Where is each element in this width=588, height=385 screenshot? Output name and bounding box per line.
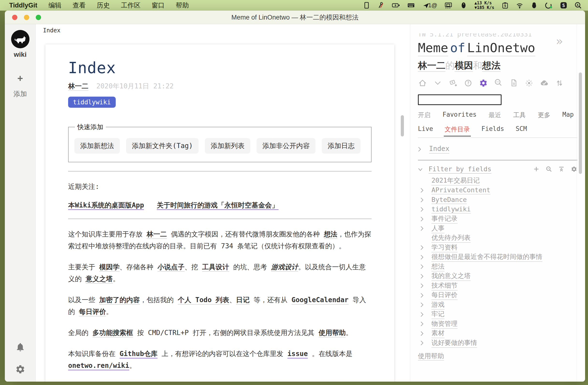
link-daily-review[interactable]: 每日评价	[79, 308, 106, 316]
story-scrollbar-thumb[interactable]	[401, 115, 404, 137]
tools-icon[interactable]	[377, 2, 385, 9]
tree-item-label[interactable]: 每日评价	[431, 291, 458, 300]
link-memetics[interactable]: 模因学	[99, 263, 120, 272]
link-github-repo[interactable]: Github仓库	[120, 350, 158, 358]
link-googlecalendar[interactable]: GoogleCalendar	[292, 296, 349, 304]
chevron-down-icon[interactable]	[418, 168, 423, 171]
menu-item-history[interactable]: 历史	[97, 1, 110, 10]
filter-settings-gear-icon[interactable]	[571, 166, 577, 173]
raw-document-icon[interactable]	[509, 79, 518, 88]
display-mirror-icon[interactable]	[444, 2, 453, 9]
collapse-to-top-icon[interactable]	[558, 166, 565, 173]
tree-item-label[interactable]: 素材	[431, 329, 444, 338]
add-private-button[interactable]: 添加非公开内容	[256, 138, 315, 154]
link-todo-list[interactable]: 个人 Todo 列表	[178, 296, 229, 304]
tree-item[interactable]: ByteDance	[418, 195, 585, 205]
tab-favorites[interactable]: Favorites	[442, 111, 477, 119]
tree-item-label[interactable]: 很想做但是最近舍不得花时间做的事情	[431, 252, 542, 262]
close-button[interactable]	[12, 15, 17, 20]
tab-more[interactable]: 更多	[538, 111, 550, 119]
tree-item-label[interactable]: 牢记	[431, 310, 444, 319]
tree-item[interactable]: 技术细节	[418, 281, 585, 291]
tree-item-label[interactable]: 技术细节	[431, 281, 458, 291]
link-linonetwo[interactable]: 林一二	[147, 230, 167, 239]
usage-help-link[interactable]: 使用帮助	[418, 352, 444, 361]
tree-item[interactable]: 我的意义之塔	[418, 271, 585, 281]
tree-item[interactable]: 游戏	[418, 300, 585, 310]
menu-item-edit[interactable]: 编辑	[49, 1, 62, 10]
chevron-right-icon[interactable]	[420, 321, 424, 326]
penguin-icon[interactable]	[530, 2, 538, 9]
subtitle-link-linonetwo[interactable]: 林一二	[418, 60, 445, 72]
tree-item[interactable]: 说好要做的事情	[418, 338, 585, 348]
tree-item-label[interactable]: 2021年交易日记	[431, 176, 480, 185]
link-tower-of-meaning[interactable]: 意义之塔	[86, 275, 113, 284]
chevron-right-icon[interactable]	[420, 302, 424, 307]
chevron-right-icon[interactable]	[420, 293, 424, 298]
minimize-button[interactable]	[24, 15, 29, 20]
zoom-button[interactable]	[36, 15, 41, 20]
tree-item-label[interactable]: 物资管理	[431, 319, 458, 329]
tab-map[interactable]: Map	[562, 111, 574, 119]
battery-icon[interactable]	[392, 2, 400, 9]
clipboard-history-icon[interactable]: 5	[502, 2, 509, 9]
chevron-right-icon[interactable]	[420, 216, 424, 222]
menu-item-help[interactable]: 帮助	[176, 1, 189, 10]
mouse-icon[interactable]	[460, 2, 467, 9]
site-title-link-meme[interactable]: Meme	[418, 41, 448, 56]
subtitle-link-meme[interactable]: 模因	[455, 60, 473, 72]
link-search-box[interactable]: 多功能搜索框	[93, 329, 133, 337]
tree-item[interactable]: 学习资料	[418, 243, 585, 253]
chevron-right-icon[interactable]	[420, 274, 424, 279]
chevron-right-icon[interactable]	[418, 147, 421, 152]
tab-recent[interactable]: 最近	[489, 111, 501, 119]
tree-root-row[interactable]: Index	[418, 145, 585, 154]
tree-item-label[interactable]: 学习资料	[431, 243, 458, 252]
filter-label[interactable]: Filter by fields	[429, 165, 491, 174]
theme-brightness-icon[interactable]	[525, 79, 534, 88]
keyboard-icon[interactable]	[407, 2, 415, 9]
add-workspace-label[interactable]: 添加	[14, 89, 27, 99]
filter-by-fields-row[interactable]: Filter by fields	[418, 165, 577, 174]
advanced-search-icon[interactable]	[494, 79, 503, 88]
tree-item[interactable]: 优先待办列表	[418, 233, 585, 243]
link-usage-help[interactable]: 使用帮助	[319, 329, 346, 337]
chevron-right-icon[interactable]	[420, 340, 424, 346]
tab-fields[interactable]: Fields	[482, 125, 504, 134]
link-game-design[interactable]: 游戏设计	[271, 263, 298, 272]
sidebar-search-input[interactable]	[418, 94, 502, 105]
chevron-right-icon[interactable]	[420, 312, 424, 317]
chevron-right-icon[interactable]	[420, 207, 424, 212]
tree-item[interactable]: 事件记录	[418, 214, 585, 224]
tree-item[interactable]: 每日评价	[418, 291, 585, 300]
open-tab-index[interactable]: Index	[43, 27, 60, 34]
chevron-right-icon[interactable]	[420, 197, 424, 203]
tree-item[interactable]: 想法	[418, 262, 585, 272]
home-icon[interactable]	[418, 79, 427, 88]
tree-item-label[interactable]: 想法	[431, 262, 444, 271]
link-online-version[interactable]: onetwo.ren/wiki	[68, 362, 129, 370]
menu-item-window[interactable]: 窗口	[152, 1, 165, 10]
add-filter-icon[interactable]	[533, 166, 540, 173]
menu-item-workspace[interactable]: 工作区	[121, 1, 141, 10]
link-novel-ideas[interactable]: 小说点子	[158, 263, 185, 272]
wifi-icon[interactable]	[516, 2, 523, 9]
author-link[interactable]: 林一二	[68, 82, 88, 91]
chevron-right-icon[interactable]	[420, 283, 424, 288]
sidebar-scrollbar-thumb[interactable]	[579, 72, 582, 174]
tree-item[interactable]: 牢记	[418, 310, 585, 319]
tab-file-directory[interactable]: 文件目录	[445, 125, 470, 134]
add-journal-button[interactable]: 添加日志	[322, 138, 360, 154]
add-idea-button[interactable]: 添加新想法	[74, 138, 120, 154]
window-title-bar[interactable]: Meme of LinOnetwo — 林一二的模因和想法	[5, 11, 585, 24]
add-workspace-plus[interactable]: +	[17, 74, 23, 82]
usage-help-row[interactable]: 使用帮助	[418, 352, 585, 360]
notifications-bell-icon[interactable]	[15, 342, 25, 353]
link-encrypted-content[interactable]: 加密了的内容	[99, 296, 140, 304]
site-title-link-linonetwo[interactable]: LinOnetwo	[467, 41, 535, 56]
chevron-right-icon[interactable]	[420, 264, 424, 269]
tree-item-label[interactable]: 优先待办列表	[431, 233, 471, 243]
tree-item-label[interactable]: 事件记录	[431, 214, 458, 224]
tree-item-label[interactable]: 说好要做的事情	[431, 338, 477, 348]
tab-open[interactable]: 开启	[418, 111, 430, 119]
